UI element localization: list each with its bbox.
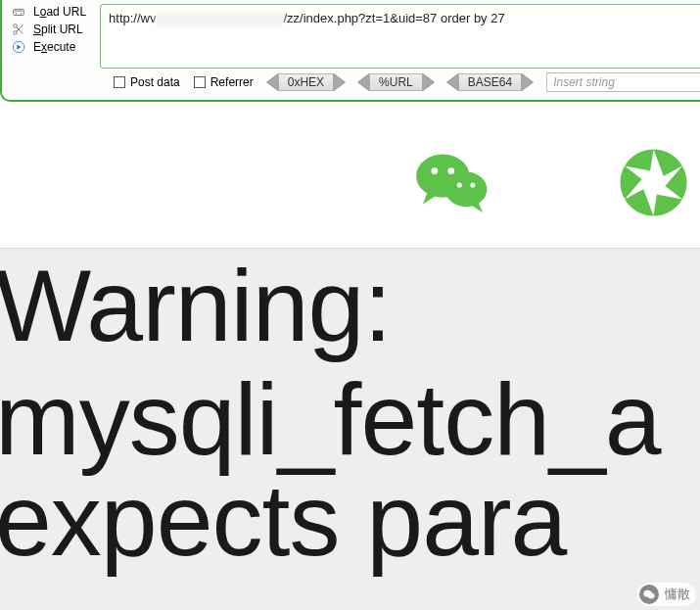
hex-label: 0xHEX: [278, 73, 334, 91]
redacted-host: [156, 13, 283, 26]
error-line-2: mysqli_fetch_a: [0, 362, 700, 476]
url-input[interactable]: http://wv/zz/index.php?zt=1&uid=87 order…: [100, 4, 700, 69]
execute-label: Execute: [33, 40, 75, 54]
svg-point-16: [457, 183, 462, 188]
play-icon: [12, 40, 25, 54]
svg-rect-0: [14, 9, 24, 15]
svg-point-2: [16, 13, 17, 14]
execute-button[interactable]: Execute: [12, 39, 86, 55]
error-output-panel: Warning: mysqli_fetch_a expects para: [0, 248, 700, 610]
referrer-checkbox[interactable]: Referrer: [194, 75, 254, 89]
wechat-icon: [411, 141, 494, 224]
svg-point-18: [642, 171, 664, 193]
svg-point-5: [14, 31, 18, 35]
svg-point-20: [648, 593, 655, 599]
scissors-icon: [12, 23, 25, 36]
side-actions: Load URL Split URL Execute: [6, 4, 92, 55]
load-icon: [12, 5, 25, 19]
rendered-page: Warning: mysqli_fetch_a expects para: [0, 102, 700, 610]
error-line-1: Warning:: [0, 249, 700, 362]
base64-button[interactable]: BASE64: [447, 73, 533, 91]
wechat-mini-icon: [639, 585, 659, 604]
split-url-label: Split URL: [33, 23, 83, 36]
split-url-button[interactable]: Split URL: [12, 22, 86, 37]
post-data-label: Post data: [130, 75, 180, 89]
load-url-button[interactable]: Load URL: [12, 4, 86, 20]
b64-label: BASE64: [458, 73, 522, 91]
svg-point-17: [470, 183, 475, 188]
checkbox-box: [114, 76, 125, 88]
aperture-icon: [612, 141, 695, 224]
referrer-label: Referrer: [210, 75, 254, 89]
svg-point-14: [445, 171, 488, 207]
svg-point-3: [21, 13, 22, 14]
watermark: 慵散: [637, 583, 696, 606]
insert-string-input[interactable]: Insert string: [546, 72, 700, 92]
svg-marker-9: [17, 44, 21, 49]
post-data-checkbox[interactable]: Post data: [114, 75, 180, 89]
urlenc-label: %URL: [369, 73, 423, 91]
watermark-text: 慵散: [665, 586, 690, 603]
svg-point-12: [431, 167, 438, 174]
load-url-label: Load URL: [33, 5, 86, 19]
svg-rect-1: [15, 11, 23, 12]
checkbox-box: [194, 76, 206, 88]
svg-point-4: [14, 24, 18, 28]
hex-encode-button[interactable]: 0xHEX: [267, 73, 345, 91]
error-line-3: expects para: [0, 463, 700, 577]
url-suffix: /zz/index.php?zt=1&uid=87 order by 27: [283, 11, 504, 25]
url-prefix: http://wv: [109, 11, 156, 25]
urlenc-button[interactable]: %URL: [358, 73, 434, 91]
svg-point-13: [447, 167, 454, 174]
